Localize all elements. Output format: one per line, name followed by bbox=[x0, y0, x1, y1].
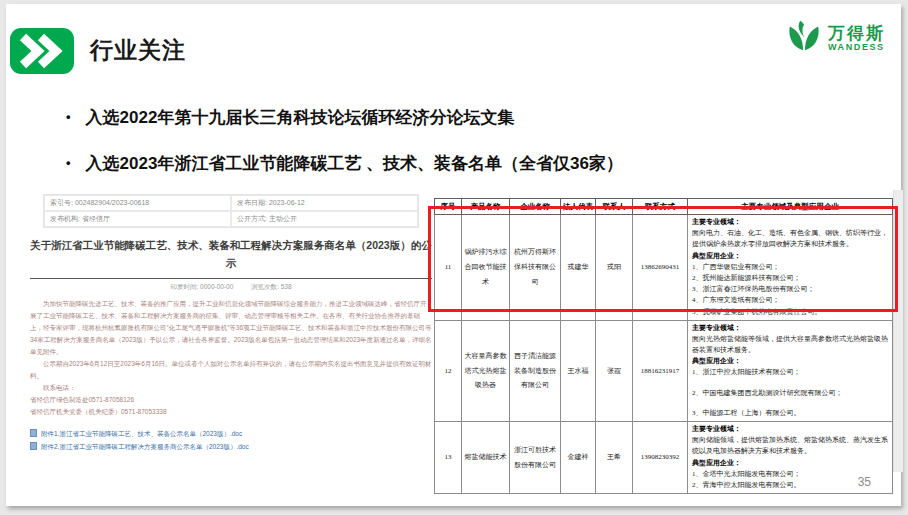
bullet-text: 入选2022年第十九届长三角科技论坛循环经济分论坛文集 bbox=[86, 106, 515, 129]
doc-meta-cell: 发布日期: 2023-06-12 bbox=[231, 195, 418, 211]
company-logo: 万得斯 WANDESS bbox=[785, 18, 885, 60]
table-header-cell: 主要专业领域及典型应用企业 bbox=[688, 199, 893, 215]
table-header-cell: 法人代表 bbox=[561, 199, 596, 215]
row-no: 11 bbox=[435, 215, 462, 321]
legal-rep: 戎建华 bbox=[561, 215, 596, 321]
field-label: 主要专业领域： bbox=[692, 323, 888, 334]
bullet-dot-icon: • bbox=[66, 155, 71, 170]
doc-meta-cell: 公开方式: 主动公开 bbox=[231, 211, 418, 227]
legal-rep: 金建祥 bbox=[561, 422, 596, 494]
applications-label: 典型应用企业： bbox=[692, 251, 888, 262]
embedded-scrollbar[interactable] bbox=[893, 190, 903, 472]
application-item: 3、中能源工程（上海）有限公司。 bbox=[692, 408, 888, 419]
doc-paragraph: 联系电话： bbox=[30, 382, 432, 394]
supplier-table: 序号产品名称企业名称法人代表联系人联系方式主要专业领域及典型应用企业 11锅炉排… bbox=[434, 198, 893, 494]
bullet-dot-icon: • bbox=[66, 109, 71, 124]
table-header-cell: 产品名称 bbox=[462, 199, 510, 215]
doc-paragraph: 省经信厅绿色制造处0571-87058126 bbox=[30, 394, 432, 406]
application-item: 4、广东理文造纸有限公司； bbox=[692, 295, 888, 306]
application-item: 2、中国电建集团西北勘测设计研究院有限公司； bbox=[692, 388, 888, 399]
bullet-list: •入选2022年第十九届长三角科技论坛循环经济分论坛文集•入选2023年浙江省工… bbox=[66, 106, 846, 198]
bullet-item: •入选2022年第十九届长三角科技论坛循环经济分论坛文集 bbox=[66, 106, 846, 129]
doc-paragraph: 为加快节能降碳先进工艺、技术、装备的推广应用，提升工业和信息化领域节能降碳综合服… bbox=[30, 298, 432, 358]
doc-paragraph: 省经信厅机关党委（机关纪委）0571-87053338 bbox=[30, 406, 432, 418]
doc-stats: 印发时间: 0000-00-00 浏览次数: 538 bbox=[30, 283, 432, 292]
legal-rep: 王水福 bbox=[561, 320, 596, 421]
doc-file-icon bbox=[30, 429, 37, 437]
table-header-cell: 企业名称 bbox=[510, 199, 561, 215]
doc-meta-grid: 索引号: 002482904/2023-00618发布日期: 2023-06-1… bbox=[43, 194, 419, 228]
doc-title: 关于浙江省工业节能降碳工艺、技术、装备和工程解决方案服务商名单（2023版）的公… bbox=[30, 236, 432, 273]
company-name: 浙江可胜技术股份有限公司 bbox=[510, 422, 561, 494]
contact-name: 王希 bbox=[596, 422, 633, 494]
field-and-applications: 主要专业领域：面向电力、石油、化工、造纸、有色金属、钢铁、纺织等行业，提供锅炉余… bbox=[688, 215, 893, 321]
wandess-leaf-icon bbox=[785, 18, 823, 60]
application-item: 1、浙江中控太阳能技术有限公司； bbox=[692, 367, 888, 378]
contact-phone: 18816231917 bbox=[633, 320, 688, 421]
company-name: 杭州万得斯环保科技有限公司 bbox=[510, 215, 561, 321]
doc-print-time: 印发时间: 0000-00-00 bbox=[170, 283, 233, 290]
table-row: 13熔盐储能技术浙江可胜技术股份有限公司金建祥王希13908230392主要专业… bbox=[435, 422, 893, 494]
doc-body: 为加快节能降碳先进工艺、技术、装备的推广应用，提升工业和信息化领域节能降碳综合服… bbox=[30, 298, 432, 418]
contact-phone: 13908230392 bbox=[633, 422, 688, 494]
application-item: 2、抚州能达新能源科技有限公司； bbox=[692, 273, 888, 284]
contact-phone: 13862690431 bbox=[633, 215, 688, 321]
row-no: 12 bbox=[435, 320, 462, 421]
field-text: 面向储能领域，提供熔盐加热系统、熔盐储热系统、蒸汽发生系统以及电加热器解决方案和… bbox=[692, 435, 888, 457]
field-label: 主要专业领域： bbox=[692, 217, 888, 228]
supplier-table-panel: 序号产品名称企业名称法人代表联系人联系方式主要专业领域及典型应用企业 11锅炉排… bbox=[434, 198, 894, 494]
logo-name-en: WANDESS bbox=[828, 43, 885, 52]
application-item: 5、抚顺矿业集团中机热电有限责任公司。 bbox=[692, 307, 888, 318]
doc-views: 浏览次数: 538 bbox=[251, 283, 291, 290]
doc-meta-cell: 发布机构: 省经信厅 bbox=[44, 211, 231, 227]
table-header-cell: 联系人 bbox=[596, 199, 633, 215]
doc-divider bbox=[30, 278, 432, 279]
contact-name: 戎阳 bbox=[596, 215, 633, 321]
field-and-applications: 主要专业领域：面向光热熔盐储能等领域，提供大容量高参数塔式光热熔盐吸热器装置和技… bbox=[688, 320, 893, 421]
field-text: 面向电力、石油、化工、造纸、有色金属、钢铁、纺织等行业，提供锅炉余热废水零排放回… bbox=[692, 228, 888, 250]
attachment-label: 附件2.浙江省工业节能降碳工程解决方案服务商公示名单（2023版）.doc bbox=[41, 440, 249, 453]
field-text: 面向光热熔盐储能等领域，提供大容量高参数塔式光热熔盐吸热器装置和技术服务。 bbox=[692, 334, 888, 356]
attachment-label: 附件1.浙江省工业节能降碳工艺、技术、装备公示名单（2023版）.doc bbox=[41, 427, 242, 440]
application-item: 1、广西华银铝业有限公司； bbox=[692, 262, 888, 273]
contact-name: 张霞 bbox=[596, 320, 633, 421]
company-name: 西子清洁能源装备制造股份有限公司 bbox=[510, 320, 561, 421]
logo-name-cn: 万得斯 bbox=[828, 25, 885, 43]
bullet-item: •入选2023年浙江省工业节能降碳工艺 、技术、装备名单（全省仅36家） bbox=[66, 152, 846, 175]
applications-label: 典型应用企业： bbox=[692, 458, 888, 469]
bullet-text: 入选2023年浙江省工业节能降碳工艺 、技术、装备名单（全省仅36家） bbox=[86, 152, 623, 175]
attachment-link[interactable]: 附件1.浙江省工业节能降碳工艺、技术、装备公示名单（2023版）.doc bbox=[30, 427, 432, 440]
attachment-link[interactable]: 附件2.浙江省工业节能降碳工程解决方案服务商公示名单（2023版）.doc bbox=[30, 440, 432, 453]
table-row: 11锅炉排污水综合回收节能技术杭州万得斯环保科技有限公司戎建华戎阳1386269… bbox=[435, 215, 893, 321]
doc-attachments: 附件1.浙江省工业节能降碳工艺、技术、装备公示名单（2023版）.doc附件2.… bbox=[30, 427, 432, 453]
doc-meta-cell: 索引号: 002482904/2023-00618 bbox=[44, 195, 231, 211]
doc-paragraph: 公示期自2023年6月12日至2023年6月16日。单位或者个人如对公示名单持有… bbox=[30, 358, 432, 382]
product-name: 大容量高参数塔式光热熔盐吸热器 bbox=[462, 320, 510, 421]
page-title: 行业关注 bbox=[90, 35, 186, 66]
field-label: 主要专业领域： bbox=[692, 424, 888, 435]
application-item: 3、浙江富春江环保热电股份有限公司； bbox=[692, 284, 888, 295]
table-header-cell: 序号 bbox=[435, 199, 462, 215]
row-no: 13 bbox=[435, 422, 462, 494]
product-name: 锅炉排污水综合回收节能技术 bbox=[462, 215, 510, 321]
table-header-row: 序号产品名称企业名称法人代表联系人联系方式主要专业领域及典型应用企业 bbox=[435, 199, 893, 215]
slide: 行业关注 万得斯 WANDESS •入选2022年第十九届长三角科技论坛循环经济… bbox=[6, 4, 901, 506]
doc-file-icon bbox=[30, 442, 37, 450]
applications-label: 典型应用企业： bbox=[692, 356, 888, 367]
announcement-document: 索引号: 002482904/2023-00618发布日期: 2023-06-1… bbox=[30, 194, 432, 453]
table-body: 11锅炉排污水综合回收节能技术杭州万得斯环保科技有限公司戎建华戎阳1386269… bbox=[435, 215, 893, 494]
product-name: 熔盐储能技术 bbox=[462, 422, 510, 494]
slide-page-number: 35 bbox=[858, 475, 871, 489]
table-header-cell: 联系方式 bbox=[633, 199, 688, 215]
double-chevron-icon bbox=[10, 28, 74, 74]
table-row: 12大容量高参数塔式光热熔盐吸热器西子清洁能源装备制造股份有限公司王水福张霞18… bbox=[435, 320, 893, 421]
